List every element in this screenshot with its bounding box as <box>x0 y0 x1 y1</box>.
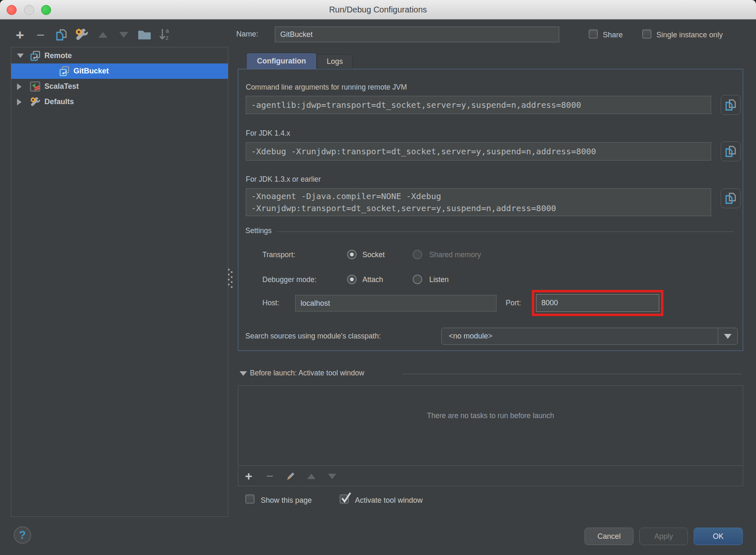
sort-az-icon: a z <box>158 27 172 42</box>
defaults-wrench-icon <box>29 96 41 108</box>
checkmark-icon <box>339 491 352 504</box>
minus-icon: − <box>37 27 45 42</box>
tree-item-remote[interactable]: Remote <box>11 48 228 63</box>
port-label: Port: <box>506 299 521 307</box>
share-checkbox[interactable] <box>589 29 598 39</box>
help-button[interactable]: ? <box>14 526 31 544</box>
tree-item-defaults[interactable]: Defaults <box>11 94 228 110</box>
transport-label: Transport: <box>262 251 295 259</box>
move-down-button[interactable] <box>115 27 132 43</box>
scalatest-icon <box>29 81 41 92</box>
copy-cmdline-button[interactable] <box>721 95 741 115</box>
tree-item-scalatest[interactable]: ScalaTest <box>11 79 228 94</box>
attach-radio[interactable] <box>347 275 357 284</box>
tree-item-label: ScalaTest <box>44 82 79 91</box>
expand-arrow-icon[interactable] <box>17 54 24 58</box>
tab-configuration[interactable]: Configuration <box>246 53 317 69</box>
host-input[interactable] <box>295 295 497 312</box>
arrow-up-icon <box>307 474 316 479</box>
pencil-icon <box>286 471 296 481</box>
ok-button[interactable]: OK <box>694 528 743 545</box>
cmdline-field[interactable]: -agentlib:jdwp=transport=dt_socket,serve… <box>246 96 711 114</box>
run-debug-configurations-dialog: Run/Debug Configurations + − a z <box>0 0 756 555</box>
jdk13-label: For JDK 1.3.x or earlier <box>246 175 321 184</box>
minus-icon: − <box>266 469 274 483</box>
port-input[interactable] <box>536 294 659 312</box>
add-task-button[interactable]: + <box>240 466 257 487</box>
share-label: Share <box>603 31 623 39</box>
jdk14-field[interactable]: -Xdebug -Xrunjdwp:transport=dt_socket,se… <box>246 142 711 161</box>
task-list-toolbar: + − <box>238 465 743 486</box>
show-this-page-checkbox[interactable] <box>245 494 254 504</box>
move-task-down-button[interactable] <box>324 466 340 487</box>
tree-item-label: GitBucket <box>73 67 109 75</box>
move-up-button[interactable] <box>95 27 111 43</box>
sort-configurations-button[interactable]: a z <box>157 27 174 43</box>
cmdline-label: Command line arguments for running remot… <box>246 83 407 92</box>
copy-icon <box>724 144 738 158</box>
jdk13-field[interactable]: -Xnoagent -Djava.compiler=NONE -Xdebug -… <box>246 188 711 216</box>
edit-defaults-button[interactable] <box>73 27 90 43</box>
single-instance-label: Single instance only <box>656 31 723 39</box>
remove-configuration-button[interactable]: − <box>32 27 49 43</box>
chevron-down-icon <box>724 334 732 339</box>
apply-button[interactable]: Apply <box>639 528 688 545</box>
tab-logs[interactable]: Logs <box>317 54 353 69</box>
wrench-icon <box>74 27 89 42</box>
copy-jdk14-button[interactable] <box>721 141 741 161</box>
settings-divider <box>277 231 734 232</box>
folder-icon <box>137 28 152 41</box>
remote-config-icon <box>29 50 41 62</box>
tree-item-gitbucket[interactable]: GitBucket <box>11 63 228 79</box>
name-input[interactable] <box>275 27 559 42</box>
remote-config-icon <box>59 66 70 77</box>
plus-icon: + <box>16 27 24 43</box>
listen-radio[interactable] <box>413 275 422 284</box>
single-instance-checkbox[interactable] <box>642 29 651 39</box>
create-folder-button[interactable] <box>136 27 153 43</box>
search-sources-label: Search sources using module's classpath: <box>245 332 381 341</box>
collapse-arrow-icon[interactable] <box>17 83 22 90</box>
jdk13-line1: -Xnoagent -Djava.compiler=NONE -Xdebug <box>251 190 706 202</box>
shared-memory-radio[interactable] <box>413 250 422 259</box>
remove-task-button[interactable]: − <box>262 466 278 487</box>
arrow-up-icon <box>98 32 108 38</box>
before-launch-header[interactable]: Before launch: Activate tool window <box>250 369 364 377</box>
copy-icon <box>54 28 69 42</box>
empty-tasks-text: There are no tasks to run before launch <box>238 411 743 420</box>
listen-label: Listen <box>429 275 449 284</box>
host-label: Host: <box>262 299 279 307</box>
module-classpath-select[interactable]: <no module> <box>441 328 738 345</box>
show-this-page-label: Show this page <box>261 496 312 505</box>
plus-icon: + <box>245 469 252 483</box>
socket-radio[interactable] <box>347 250 357 259</box>
edit-task-button[interactable] <box>282 466 299 487</box>
copy-configuration-button[interactable] <box>53 27 70 43</box>
activate-tool-window-checkbox[interactable] <box>340 494 349 504</box>
copy-icon <box>724 191 738 205</box>
question-mark-icon: ? <box>19 529 26 542</box>
arrow-down-icon <box>119 32 128 38</box>
collapse-section-icon[interactable] <box>240 371 247 376</box>
combo-arrow-button[interactable] <box>718 328 737 344</box>
debugger-mode-label: Debugger mode: <box>262 275 316 284</box>
collapse-arrow-icon[interactable] <box>17 99 22 105</box>
splitter-handle[interactable] <box>228 268 233 288</box>
move-task-up-button[interactable] <box>303 466 320 487</box>
activate-tool-window-label: Activate tool window <box>355 496 423 505</box>
socket-label: Socket <box>362 251 385 259</box>
arrow-down-icon <box>328 474 336 479</box>
window-title: Run/Debug Configurations <box>0 0 756 19</box>
attach-label: Attach <box>362 275 383 284</box>
cancel-button[interactable]: Cancel <box>585 528 634 545</box>
titlebar: Run/Debug Configurations <box>0 0 756 19</box>
copy-jdk13-button[interactable] <box>721 188 741 208</box>
before-launch-divider <box>402 374 742 374</box>
jdk14-label: For JDK 1.4.x <box>246 129 290 138</box>
svg-text:z: z <box>166 34 169 41</box>
shared-memory-label: Shared memory <box>429 251 481 259</box>
add-configuration-button[interactable]: + <box>12 27 28 43</box>
tree-item-label: Remote <box>44 51 72 60</box>
name-label: Name: <box>236 30 258 39</box>
module-classpath-value: <no module> <box>442 332 718 341</box>
